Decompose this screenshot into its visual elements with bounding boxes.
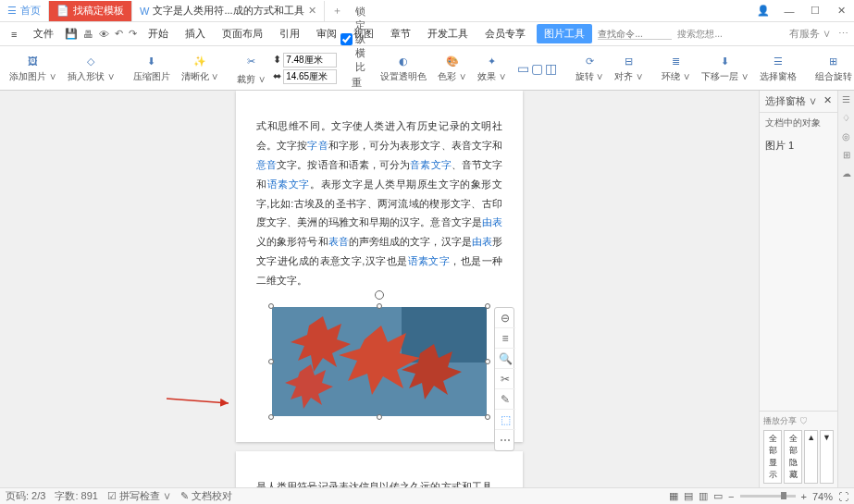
right-toolbar: ☰ ♢ ◎ ⊞ ☁ (837, 91, 854, 487)
vtool-nav-icon[interactable]: ◎ (840, 131, 853, 144)
zoom-fit-icon[interactable]: ⛶ (838, 491, 848, 502)
skin-dropdown[interactable]: 有服务 ∨ (789, 27, 831, 41)
float-layout-icon[interactable]: ⊖ (495, 308, 515, 328)
menu-start[interactable]: 开始 (142, 25, 174, 43)
menu-layout[interactable]: 页面布局 (217, 25, 268, 43)
zoom-out-icon[interactable]: − (728, 491, 734, 502)
menu-dev[interactable]: 开发工具 (422, 25, 474, 43)
qat-preview-icon[interactable]: 👁 (99, 29, 109, 40)
menu-file[interactable]: 文件 (28, 25, 59, 43)
statusbar: 页码: 2/3 字数: 891 ☑ 拼写检查 ∨ ✎ 文档校对 ▦ ▤ ▥ ▭ … (0, 487, 854, 504)
menu-more-icon[interactable]: ⋯ (838, 28, 848, 40)
ribbon-wrap[interactable]: ≣环绕 ∨ (658, 51, 694, 85)
page-2: 是人类用符号记录表达信息以传之久远的方式和工具。现代文字大多是记录语言的工具。人… (236, 451, 523, 487)
handle-tr[interactable] (485, 303, 490, 309)
win-maximize[interactable]: ☐ (802, 1, 828, 21)
zoom-value[interactable]: 74% (812, 491, 833, 502)
selection-pane: 选择窗格 ∨✕ 文档中的对象 图片 1 播放分享 ♡ 全部显示 全部隐藏 ▲ ▼ (759, 91, 837, 487)
ribbon-color[interactable]: 🎨色彩 ∨ (434, 51, 470, 85)
hide-all-btn[interactable]: 全部隐藏 (784, 430, 802, 484)
ribbon-insert-shape[interactable]: ◇插入形状 ∨ (64, 51, 118, 85)
maple-leaves (272, 307, 487, 416)
menu-hamburger[interactable]: ≡ (6, 27, 22, 42)
view-mode-4-icon[interactable]: ▭ (713, 490, 723, 502)
page-1: 式和思维不同。文字使人类进入有历史记录的文明社会。文字按字音和字形，可分为表形文… (236, 91, 523, 442)
share-label[interactable]: 播放分享 ♡ (763, 415, 834, 427)
vtool-backup-icon[interactable]: ☁ (840, 168, 853, 181)
qat-save-icon[interactable]: 💾 (65, 28, 78, 40)
pane-close-icon[interactable]: ✕ (823, 94, 832, 108)
command-search[interactable] (598, 29, 672, 40)
qat-undo-icon[interactable]: ↶ (115, 28, 123, 40)
object-item[interactable]: 图片 1 (765, 137, 832, 154)
menu-member[interactable]: 会员专享 (479, 25, 531, 43)
menubar: ≡ 文件 💾 🖶 👁 ↶ ↷ 开始 插入 页面布局 引用 审阅 视图 章节 开发… (0, 22, 854, 46)
canvas[interactable]: 式和思维不同。文字使人类进入有历史记录的文明社会。文字按字音和字形，可分为表形文… (0, 91, 759, 487)
ribbon-transparent[interactable]: ◐设置透明色 (377, 51, 430, 85)
menu-chapter[interactable]: 章节 (385, 25, 416, 43)
ribbon-clear[interactable]: ✨清晰化 ∨ (178, 51, 223, 85)
menu-review[interactable]: 审阅 (311, 25, 342, 43)
reorder-down[interactable]: ▼ (820, 430, 834, 484)
rotate-handle[interactable] (375, 290, 384, 300)
selected-image[interactable] (272, 307, 487, 416)
tab-home[interactable]: ☰首页 (0, 1, 49, 21)
ribbon-rotate[interactable]: ⟳旋转 ∨ (572, 51, 608, 85)
zoom-in-icon[interactable]: + (801, 491, 807, 502)
image-float-toolbar: ⊖ ≡ 🔍 ✂ ✎ ⬚ ⋯ (494, 307, 514, 451)
ribbon-combine[interactable]: ⊞组合旋转 (811, 51, 854, 85)
status-words[interactable]: 字数: 891 (55, 489, 97, 503)
status-spell[interactable]: ☑ 拼写检查 ∨ (107, 489, 171, 503)
width-icon: ⬌ (273, 70, 281, 82)
zoom-slider[interactable] (740, 495, 796, 498)
win-user-icon[interactable]: 👤 (750, 1, 776, 21)
ribbon-move[interactable]: ⬇下移一层 ∨ (698, 51, 752, 85)
status-page[interactable]: 页码: 2/3 (6, 489, 45, 503)
handle-bl[interactable] (268, 414, 274, 420)
ribbon-effect[interactable]: ✦效果 ∨ (474, 51, 510, 85)
ribbon-border-group[interactable]: ▭▢◫ (514, 61, 561, 76)
float-edit-icon[interactable]: ✎ (495, 389, 515, 410)
win-minimize[interactable]: — (776, 1, 802, 21)
view-mode-2-icon[interactable]: ▤ (684, 490, 693, 502)
vtool-style-icon[interactable]: ♢ (840, 113, 853, 126)
float-more-icon[interactable]: ⋯ (495, 430, 515, 450)
ribbon-crop[interactable]: ✂裁剪 ∨ (233, 48, 269, 88)
qat-print-icon[interactable]: 🖶 (83, 29, 93, 40)
tab-document[interactable]: W文字是人类用符...成的方式和工具✕ (132, 1, 325, 21)
qat-redo-icon[interactable]: ↷ (129, 28, 137, 40)
float-zoom-icon[interactable]: 🔍 (495, 349, 515, 369)
show-all-btn[interactable]: 全部显示 (763, 430, 782, 484)
ribbon-select-pane[interactable]: ☰选择窗格 (756, 51, 800, 85)
status-doccheck[interactable]: ✎ 文档校对 (180, 489, 232, 503)
menu-ref[interactable]: 引用 (274, 25, 305, 43)
handle-br[interactable] (485, 414, 490, 420)
handle-bm[interactable] (377, 414, 382, 420)
lock-ratio-check[interactable]: 锁定纵横比 (340, 5, 365, 74)
tab-template[interactable]: 📄找稿定模板 (49, 1, 132, 21)
handle-tm[interactable] (377, 303, 382, 309)
annotation-arrow (162, 391, 236, 410)
handle-ml[interactable] (268, 359, 274, 364)
width-input[interactable] (283, 69, 337, 84)
ribbon-compress[interactable]: ⬇压缩图片 (130, 51, 174, 85)
win-close[interactable]: ✕ (828, 1, 854, 21)
workspace: 式和思维不同。文字使人类进入有历史记录的文明社会。文字按字音和字形，可分为表形文… (0, 91, 854, 487)
float-crop-icon[interactable]: ✂ (495, 369, 515, 389)
handle-mr[interactable] (485, 359, 490, 364)
menu-insert[interactable]: 插入 (179, 25, 211, 43)
vtool-select-icon[interactable]: ☰ (840, 94, 853, 107)
menu-picture-tools[interactable]: 图片工具 (537, 24, 592, 43)
vtool-limit-icon[interactable]: ⊞ (840, 150, 853, 163)
pane-title: 选择窗格 ∨ (765, 94, 817, 108)
handle-tl[interactable] (268, 303, 274, 309)
float-save-icon[interactable]: ⬚ (495, 410, 515, 430)
ribbon-align[interactable]: ⊟对齐 ∨ (611, 51, 647, 85)
ribbon-add-image[interactable]: 🖼添加图片 ∨ (6, 51, 60, 85)
height-input[interactable] (283, 53, 337, 68)
reorder-up[interactable]: ▲ (804, 430, 818, 484)
view-mode-3-icon[interactable]: ▥ (699, 490, 708, 502)
selected-image-container[interactable]: ⊖ ≡ 🔍 ✂ ✎ ⬚ ⋯ (272, 307, 487, 416)
float-wrap-icon[interactable]: ≡ (495, 328, 515, 349)
view-mode-1-icon[interactable]: ▦ (669, 490, 678, 502)
